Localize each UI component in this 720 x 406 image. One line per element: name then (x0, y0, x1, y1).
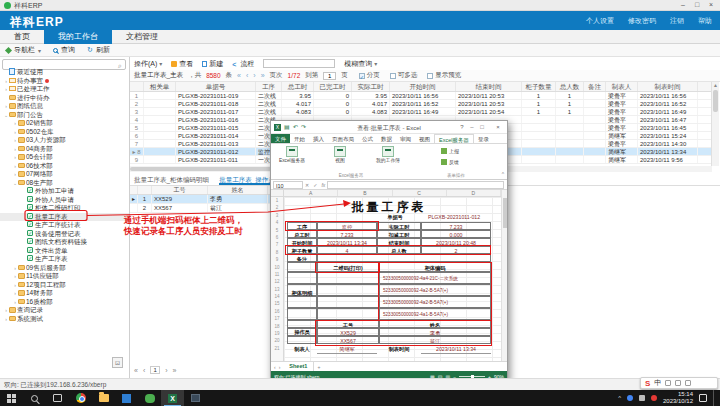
flow-button[interactable]: <流程 (232, 59, 254, 69)
row-header[interactable]: 19 (271, 330, 283, 337)
ribbon-tab-公式[interactable]: 公式 (358, 134, 377, 143)
tray-app-icon[interactable] (639, 395, 645, 401)
sidebar-item[interactable]: ›系统测试 (0, 315, 129, 324)
close-button[interactable]: × (493, 124, 503, 130)
table-row[interactable]: 1PLGXB-20231011-019二次线3.9503.952023/10/1… (130, 92, 712, 100)
row-header[interactable]: 1 (271, 197, 283, 204)
action-menu-button[interactable]: 操作(A)▾ (134, 59, 162, 69)
sidebar-item[interactable]: ›查询记录 (0, 306, 129, 315)
ribbon-tab-视图[interactable]: 视图 (415, 134, 434, 143)
row-header[interactable]: 7 (271, 241, 283, 248)
checkbox-分页[interactable]: ✓分页 (359, 71, 380, 80)
tray-expand-icon[interactable]: ^ (618, 395, 621, 401)
row-header[interactable]: 20 (271, 337, 283, 344)
ribbon-tab-数据[interactable]: 数据 (377, 134, 396, 143)
excel-grid[interactable]: ABCD 123456789101112131415161718192021 批… (271, 190, 507, 361)
sidebar-item[interactable]: ›已处理工作 (0, 85, 129, 94)
detail-row[interactable]: 2XX567翁江 (130, 204, 270, 213)
vertical-scrollbar[interactable]: ▲ (711, 82, 719, 166)
column-header[interactable]: 开始时间 (390, 82, 456, 91)
detail-tab[interactable]: 批量工序表_柜体编码明细 (134, 174, 209, 185)
help-button[interactable]: ? (457, 124, 467, 130)
row-header[interactable]: 10 (271, 264, 283, 271)
sidebar-item[interactable]: ›待办事宜 (0, 77, 129, 86)
column-header[interactable]: 柜子数量 (522, 82, 556, 91)
sidebar-item[interactable]: ›11供应链部 (0, 272, 129, 281)
prev-page-button[interactable]: ‹ (246, 72, 248, 79)
column-header[interactable]: C (393, 190, 447, 196)
sidebar-item[interactable]: ›02销售部 (0, 119, 129, 128)
ribbon-button-我的工作簿[interactable]: 我的工作簿 (371, 146, 405, 164)
column-header[interactable]: 已完工时 (314, 82, 352, 91)
sheet-prev-icon[interactable]: ‹ (274, 364, 276, 370)
sidebar-item[interactable]: 最近使用 (0, 68, 129, 77)
column-header[interactable]: 实际工时 (352, 82, 390, 91)
ribbon-button-Excel服务器[interactable]: Excel服务器 (275, 146, 309, 164)
column-header[interactable]: 结束时间 (456, 82, 522, 91)
maximize-button[interactable]: □ (477, 124, 487, 130)
row-header[interactable]: 2 (271, 204, 283, 211)
column-header[interactable]: 相关单 (144, 82, 176, 91)
ime-settings-icon[interactable] (665, 380, 671, 386)
checkbox-显示预览[interactable]: 显示预览 (427, 71, 461, 80)
tab-文档管理[interactable]: 文档管理 (112, 30, 172, 44)
row-header[interactable]: 3 (271, 212, 283, 219)
ribbon-tab-页面布局[interactable]: 页面布局 (328, 134, 358, 143)
next-page-button[interactable]: › (165, 367, 167, 374)
sidebar-item[interactable]: ✓设备使用登记表 (0, 230, 129, 239)
column-header[interactable]: 单据号 (176, 82, 256, 91)
banner-link[interactable]: 注销 (670, 16, 684, 26)
ime-toolbar[interactable]: S 中 (640, 377, 718, 389)
ribbon-button-上报[interactable]: 上报 (441, 148, 459, 154)
taskbar-icon-task-view[interactable] (46, 390, 69, 406)
excel-titlebar[interactable]: X ▤ ↶ ↷ 查看:批量工序表 - Excel ? – □ × (271, 121, 507, 134)
column-header[interactable]: 总工时 (282, 82, 314, 91)
goto-page-input[interactable] (323, 72, 336, 80)
taskbar-icon-photos[interactable] (115, 390, 138, 406)
taskbar-icon-explorer[interactable] (92, 390, 115, 406)
ribbon-tab-文件[interactable]: 文件 (271, 134, 290, 143)
maximize-button[interactable]: □ (690, 1, 704, 8)
scrollbar-thumb[interactable] (713, 90, 718, 112)
row-header[interactable]: 17 (271, 315, 283, 322)
detail-row[interactable]: ▸1XX529李勇 (130, 195, 270, 204)
ribbon-tab-审阅[interactable]: 审阅 (396, 134, 415, 143)
sheet-next-icon[interactable]: › (279, 364, 281, 370)
sidebar-item[interactable]: ›06技术部 (0, 162, 129, 171)
sidebar-item[interactable]: ✓柜体二维码打印 (0, 204, 129, 213)
sidebar-item[interactable]: ✓外协加工申请 (0, 187, 129, 196)
sidebar-item[interactable]: ✓生产工序表 (0, 255, 129, 264)
row-header[interactable]: 18 (271, 323, 283, 330)
taskbar-icon-window[interactable] (184, 390, 207, 406)
row-header[interactable]: 6 (271, 234, 283, 241)
first-page-button[interactable]: « (237, 72, 241, 79)
checkbox-icon[interactable] (390, 73, 396, 79)
sidebar-item[interactable]: ›03人力资源部 (0, 136, 129, 145)
row-header[interactable]: 13 (271, 286, 283, 293)
tab-我的工作台[interactable]: 我的工作台 (44, 30, 112, 44)
sidebar-item[interactable]: ›14财务部 (0, 289, 129, 298)
sidebar-item[interactable]: ›07网络部 (0, 170, 129, 179)
ime-logo-icon[interactable]: S (645, 379, 650, 388)
banner-link[interactable]: 帮助 (698, 16, 712, 26)
quick-search-input[interactable] (263, 59, 335, 68)
ribbon-button-视图[interactable]: 视图 (323, 146, 357, 164)
minimize-button[interactable]: – (467, 124, 477, 130)
add-sheet-icon[interactable]: + (317, 364, 320, 370)
excel-vertical-scrollbar[interactable] (501, 190, 507, 361)
cell-name-box[interactable]: I10 (273, 181, 303, 189)
scrollbar-thumb[interactable] (503, 198, 507, 228)
sidebar-item[interactable]: ›16质检部 (0, 298, 129, 307)
banner-link[interactable]: 个人设置 (586, 16, 614, 26)
taskbar-clock[interactable]: 15:14 2023/10/12 (663, 391, 693, 405)
last-page-button[interactable]: » (173, 367, 177, 374)
row-header[interactable]: 8 (271, 249, 283, 256)
ribbon-tab-开始[interactable]: 开始 (290, 134, 309, 143)
table-row[interactable]: 2PLGXB-20231011-018二次线4.01704.0172023/10… (130, 100, 712, 108)
column-header[interactable]: 工序 (256, 82, 282, 91)
row-header[interactable]: 14 (271, 293, 283, 300)
ime-tools-icon[interactable] (685, 380, 691, 386)
last-page-button[interactable]: » (261, 72, 265, 79)
fuzzy-search-selector[interactable]: 模糊查询▾ (344, 59, 377, 69)
taskbar-icon-search[interactable] (23, 390, 46, 406)
